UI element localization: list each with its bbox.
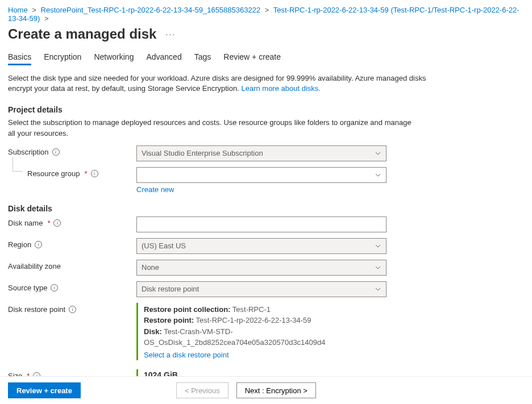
info-icon[interactable] xyxy=(69,306,76,313)
restore-collection-label: Restore point collection: xyxy=(144,305,230,314)
chevron-down-icon xyxy=(375,150,381,157)
chevron-down-icon xyxy=(375,243,381,249)
chevron-right-icon: > xyxy=(44,14,49,23)
more-actions-icon[interactable]: ··· xyxy=(165,30,176,39)
breadcrumb-home[interactable]: Home xyxy=(8,6,28,14)
tab-networking[interactable]: Networking xyxy=(94,49,134,65)
tab-basics[interactable]: Basics xyxy=(8,49,31,65)
info-icon[interactable] xyxy=(52,148,60,156)
chevron-down-icon xyxy=(375,172,381,178)
restore-point-value: Test-RPC-1-rp-2022-6-22-13-34-59 xyxy=(196,316,311,324)
chevron-down-icon xyxy=(375,286,381,293)
restore-collection-value: Test-RPC-1 xyxy=(232,305,271,314)
tabs: Basics Encryption Networking Advanced Ta… xyxy=(0,49,532,65)
restore-disk-label: Disk: xyxy=(144,327,162,336)
resource-group-select[interactable] xyxy=(136,167,386,183)
availability-zone-select[interactable]: None xyxy=(136,260,386,276)
tab-review-create[interactable]: Review + create xyxy=(223,49,281,65)
disk-restore-point-info: Restore point collection: Test-RPC-1 Res… xyxy=(136,303,386,360)
breadcrumb-item-1[interactable]: RestorePoint_Test-RPC-1-rp-2022-6-22-13-… xyxy=(41,6,261,14)
chevron-right-icon: > xyxy=(32,6,36,14)
required-indicator: * xyxy=(47,219,50,227)
select-disk-restore-point-link[interactable]: Select a disk restore point xyxy=(144,351,229,359)
intro-body: Select the disk type and size needed for… xyxy=(8,74,426,93)
source-type-label: Source type xyxy=(8,284,47,292)
subscription-select[interactable]: Visual Studio Enterprise Subscription xyxy=(136,145,386,161)
region-label: Region xyxy=(8,240,31,249)
restore-disk-value: Test-Crash-VM-STD-OS_OsDisk_1_2bd8252cea… xyxy=(144,327,326,347)
source-type-select[interactable]: Disk restore point xyxy=(136,281,386,297)
info-icon[interactable] xyxy=(91,170,98,177)
resource-group-label: Resource group xyxy=(27,169,80,178)
chevron-right-icon: > xyxy=(265,6,269,14)
disk-restore-point-label: Disk restore point xyxy=(8,305,65,314)
section-project-details: Project details xyxy=(8,105,524,114)
review-create-button[interactable]: Review + create xyxy=(8,382,81,398)
intro-text: Select the disk type and size needed for… xyxy=(8,73,440,94)
info-icon[interactable] xyxy=(35,241,42,248)
next-button[interactable]: Next : Encryption > xyxy=(236,382,316,398)
availability-zone-label: Availability zone xyxy=(8,262,61,270)
project-details-desc: Select the subscription to manage deploy… xyxy=(8,118,417,138)
source-type-value: Disk restore point xyxy=(142,285,199,293)
disk-name-input[interactable] xyxy=(136,216,386,232)
disk-name-label: Disk name xyxy=(8,219,43,227)
tab-tags[interactable]: Tags xyxy=(194,49,211,65)
breadcrumb: Home > RestorePoint_Test-RPC-1-rp-2022-6… xyxy=(0,0,532,23)
create-new-rg-link[interactable]: Create new xyxy=(136,185,174,194)
tree-connector-icon xyxy=(13,157,23,172)
availability-zone-value: None xyxy=(142,263,159,272)
region-select[interactable]: (US) East US xyxy=(136,238,386,254)
subscription-value: Visual Studio Enterprise Subscription xyxy=(142,149,263,157)
region-value: (US) East US xyxy=(142,241,186,250)
wizard-footer: Review + create < Previous Next : Encryp… xyxy=(0,376,532,404)
info-icon[interactable] xyxy=(51,284,58,291)
previous-button[interactable]: < Previous xyxy=(176,382,228,398)
learn-more-link[interactable]: Learn more about disks. xyxy=(241,84,320,93)
section-disk-details: Disk details xyxy=(8,204,524,213)
restore-point-label: Restore point: xyxy=(144,316,194,324)
required-indicator: * xyxy=(85,169,88,178)
tab-encryption[interactable]: Encryption xyxy=(44,49,81,65)
tab-advanced[interactable]: Advanced xyxy=(146,49,181,65)
page-title: Create a managed disk xyxy=(8,26,156,42)
subscription-label: Subscription xyxy=(8,148,49,156)
chevron-down-icon xyxy=(375,264,381,271)
info-icon[interactable] xyxy=(53,219,61,227)
